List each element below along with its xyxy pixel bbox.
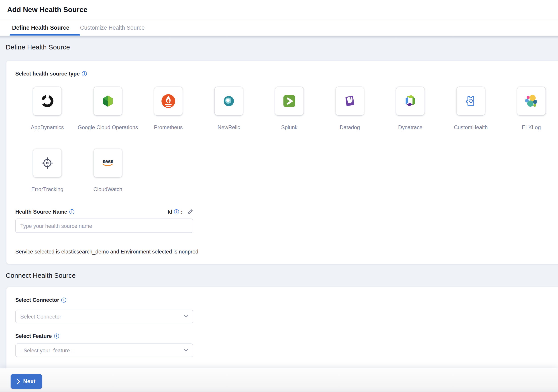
select-type-label-row: Select health source type [15,70,87,76]
tile-datadog[interactable]: Datadog [320,87,380,131]
tile-customhealth[interactable]: CustomHealth [441,87,501,131]
define-health-source-card: Select health source type AppDynamics [6,61,558,264]
add-health-source-panel: Add New Health Source Define Health Sour… [0,0,558,392]
splunk-icon [282,94,297,108]
connector-select[interactable]: Select Connector [15,310,193,323]
edit-id-pencil-icon[interactable] [187,209,193,215]
info-icon[interactable] [61,297,66,302]
select-connector-label-row: Select Connector [15,297,66,303]
newrelic-icon [221,93,237,109]
tile-elklog[interactable]: ELKLog [501,87,558,131]
panel-body: Define Health Source Select health sourc… [0,36,558,392]
cloudwatch-icon: aws [100,155,116,171]
tile-errortracking[interactable]: ErrorTracking [17,149,78,193]
select-feature-label: Select Feature [15,333,52,339]
tab-define-health-source[interactable]: Define Health Source [12,25,69,31]
info-icon[interactable] [82,71,87,76]
service-environment-note: Service selected is elasticsearch_demo a… [15,249,198,255]
info-icon[interactable] [54,333,59,338]
health-source-name-label-row: Health Source Name [15,209,193,215]
connector-select-placeholder: Select Connector [20,313,184,319]
customhealth-icon [464,94,478,108]
health-source-name-label: Health Source Name [15,209,67,215]
tile-appdynamics[interactable]: AppDynamics [17,87,78,131]
datadog-icon [343,94,357,108]
connect-section-heading: Connect Health Source [6,271,76,279]
next-button-label: Next [23,378,35,385]
tab-customize-health-source[interactable]: Customize Health Source [80,25,145,31]
id-colon: : [181,209,183,215]
tab-bar: Define Health Source Customize Health So… [0,20,558,35]
health-source-name-input[interactable] [15,218,193,233]
prometheus-icon [161,93,176,109]
feature-select[interactable]: - Select your feature - [15,343,193,357]
id-group: Id : [168,209,193,215]
tile-prometheus[interactable]: Prometheus [138,87,199,131]
svg-text:aws: aws [103,158,113,164]
tile-google-cloud-operations[interactable]: Google Cloud Operations [78,87,138,131]
info-icon[interactable] [174,209,179,214]
info-icon[interactable] [69,209,74,214]
page-header: Add New Health Source [0,0,558,20]
tab-bar-shadow [0,36,558,39]
appdynamics-icon [40,94,54,108]
footer-bar: Next [0,368,558,392]
source-tiles-row-2: ErrorTracking aws CloudWatch [17,149,138,193]
chevron-down-icon [184,349,188,352]
source-tiles-row-1: AppDynamics Google Cloud Operations [17,87,558,131]
next-button[interactable]: Next [11,374,42,389]
select-feature-label-row: Select Feature [15,333,59,339]
chevron-right-icon [17,379,20,384]
connect-health-source-card: Select Connector Select Connector Select… [6,287,558,380]
id-label: Id [168,209,172,215]
page-title: Add New Health Source [7,6,87,14]
errortracking-icon [40,156,55,170]
elklog-icon [524,94,539,108]
google-cloud-operations-icon [100,94,115,108]
dynatrace-icon [403,94,418,108]
define-section-heading: Define Health Source [6,44,70,51]
feature-select-placeholder: - Select your feature - [20,347,184,353]
tile-cloudwatch[interactable]: aws CloudWatch [78,149,138,193]
tile-splunk[interactable]: Splunk [259,87,320,131]
select-type-label: Select health source type [15,70,80,76]
select-connector-label: Select Connector [15,297,59,303]
tile-newrelic[interactable]: NewRelic [199,87,259,131]
chevron-down-icon [184,315,188,318]
tile-dynatrace[interactable]: Dynatrace [380,87,441,131]
